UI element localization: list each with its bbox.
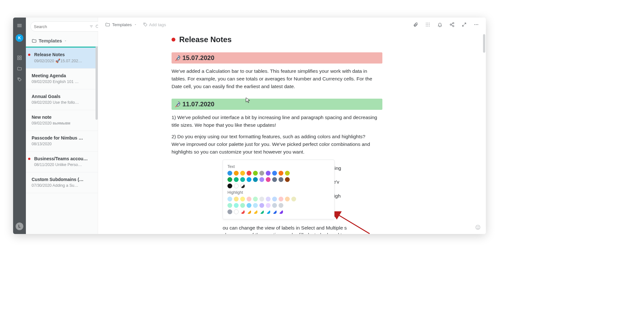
color-swatch[interactable] bbox=[234, 209, 239, 214]
color-swatch[interactable] bbox=[240, 184, 245, 188]
menu-icon[interactable] bbox=[17, 23, 22, 28]
date-heading[interactable]: 15.07.2020 bbox=[172, 52, 382, 64]
color-swatch[interactable] bbox=[259, 177, 264, 182]
add-tags-button[interactable]: Add tags bbox=[143, 22, 166, 27]
color-swatch[interactable] bbox=[227, 177, 232, 182]
note-item[interactable]: New note09/02/2020 выямывм bbox=[26, 110, 98, 131]
breadcrumb[interactable]: Templates bbox=[105, 22, 137, 27]
color-swatch[interactable] bbox=[285, 171, 290, 176]
paragraph[interactable]: 2) Do you enjoy using our text formattin… bbox=[172, 133, 379, 156]
color-swatch[interactable] bbox=[279, 177, 283, 182]
more-icon[interactable] bbox=[474, 22, 479, 27]
svg-point-34 bbox=[178, 103, 179, 104]
note-item[interactable]: Release Notes09/02/2020 🚀15.07.202… bbox=[26, 47, 98, 69]
left-rail: K L bbox=[13, 18, 26, 234]
color-swatch[interactable] bbox=[266, 209, 271, 214]
svg-point-7 bbox=[18, 78, 19, 79]
color-swatch[interactable] bbox=[253, 177, 258, 182]
note-item[interactable]: Meeting Agenda09/02/2020 English 101 … bbox=[26, 69, 98, 89]
color-swatch[interactable] bbox=[266, 171, 271, 176]
color-swatch[interactable] bbox=[240, 177, 245, 182]
bell-icon[interactable] bbox=[437, 22, 442, 27]
color-swatch[interactable] bbox=[247, 171, 251, 176]
color-swatch[interactable] bbox=[234, 171, 239, 176]
avatar-letter: K bbox=[18, 36, 21, 40]
note-title: Meeting Agenda bbox=[32, 73, 92, 78]
color-swatch[interactable] bbox=[266, 177, 271, 182]
note-item[interactable]: Annual Goals09/02/2020 Use the follo… bbox=[26, 89, 98, 110]
note-preview: 09/02/2020 Use the follo… bbox=[32, 100, 92, 105]
svg-point-19 bbox=[426, 24, 426, 25]
color-swatch[interactable] bbox=[259, 203, 264, 208]
color-swatch[interactable] bbox=[285, 177, 290, 182]
paragraph[interactable]: 1) We've polished our interface a bit by… bbox=[172, 114, 379, 129]
color-swatch[interactable] bbox=[247, 177, 251, 182]
color-swatch[interactable] bbox=[227, 197, 232, 201]
color-swatch[interactable] bbox=[247, 209, 251, 214]
color-swatch[interactable] bbox=[240, 197, 245, 201]
share-icon[interactable] bbox=[449, 22, 455, 27]
color-swatch[interactable] bbox=[227, 184, 232, 188]
svg-point-36 bbox=[476, 225, 480, 230]
rocket-icon bbox=[174, 55, 181, 62]
color-swatch[interactable] bbox=[227, 171, 232, 176]
color-swatch[interactable] bbox=[240, 209, 245, 214]
note-item[interactable]: Custom Subdomains (…07/30/2020 Adding a … bbox=[26, 172, 98, 193]
color-swatch[interactable] bbox=[279, 209, 283, 214]
color-swatch[interactable] bbox=[272, 203, 277, 208]
svg-line-29 bbox=[451, 25, 453, 26]
snippet-line: choose one of three options: color-fille… bbox=[223, 231, 414, 234]
color-swatch[interactable] bbox=[227, 209, 232, 214]
scrollbar-thumb[interactable] bbox=[96, 46, 98, 120]
emoji-button[interactable] bbox=[475, 224, 481, 230]
note-item[interactable]: Business/Teams accou…08/11/2020 Unlike P… bbox=[26, 152, 98, 172]
svg-rect-5 bbox=[18, 58, 19, 60]
color-swatch[interactable] bbox=[266, 203, 271, 208]
apps-icon[interactable] bbox=[425, 22, 430, 27]
color-swatch[interactable] bbox=[234, 184, 239, 188]
expand-icon[interactable] bbox=[462, 22, 467, 27]
note-item[interactable]: Passcode for Nimbus …08/13/2020 bbox=[26, 131, 98, 152]
filter-icon[interactable] bbox=[89, 25, 93, 28]
color-swatch[interactable] bbox=[240, 203, 245, 208]
dashboard-icon[interactable] bbox=[17, 55, 22, 60]
color-swatch[interactable] bbox=[247, 197, 251, 201]
attachment-icon[interactable] bbox=[413, 22, 418, 27]
scrollbar-thumb[interactable] bbox=[483, 34, 485, 53]
folder-icon[interactable] bbox=[17, 66, 22, 71]
color-swatch[interactable] bbox=[259, 209, 264, 214]
color-swatch[interactable] bbox=[234, 177, 239, 182]
search-input[interactable] bbox=[34, 24, 88, 29]
title-text[interactable]: Release Notes bbox=[179, 35, 232, 44]
color-swatch[interactable] bbox=[272, 209, 277, 214]
color-swatch[interactable] bbox=[234, 197, 239, 201]
tag-icon[interactable] bbox=[17, 77, 22, 82]
color-swatch[interactable] bbox=[253, 209, 258, 214]
color-swatch[interactable] bbox=[253, 171, 258, 176]
color-swatch[interactable] bbox=[285, 197, 290, 201]
color-swatch[interactable] bbox=[272, 177, 277, 182]
user-avatar[interactable]: L bbox=[16, 223, 23, 230]
color-swatch[interactable] bbox=[259, 197, 264, 201]
color-swatch[interactable] bbox=[291, 197, 296, 201]
color-swatch[interactable] bbox=[279, 171, 283, 176]
workspace-avatar[interactable]: K bbox=[16, 34, 23, 42]
color-swatch[interactable] bbox=[279, 197, 283, 201]
color-swatch[interactable] bbox=[272, 197, 277, 201]
color-swatch[interactable] bbox=[279, 203, 283, 208]
color-swatch[interactable] bbox=[272, 171, 277, 176]
color-swatch[interactable] bbox=[240, 171, 245, 176]
app-window: K L Templates Rel bbox=[13, 18, 486, 234]
folder-breadcrumb[interactable]: Templates bbox=[26, 35, 98, 47]
color-swatch[interactable] bbox=[253, 203, 258, 208]
svg-point-16 bbox=[426, 23, 426, 23]
date-heading[interactable]: 11.07.2020 bbox=[172, 99, 382, 110]
search-box[interactable] bbox=[30, 21, 103, 32]
color-swatch[interactable] bbox=[227, 203, 232, 208]
color-swatch[interactable] bbox=[253, 197, 258, 201]
color-swatch[interactable] bbox=[234, 203, 239, 208]
color-swatch[interactable] bbox=[247, 203, 251, 208]
color-swatch[interactable] bbox=[266, 197, 271, 201]
paragraph[interactable]: We've added a Calculation bar to our tab… bbox=[172, 67, 379, 90]
color-swatch[interactable] bbox=[259, 171, 264, 176]
